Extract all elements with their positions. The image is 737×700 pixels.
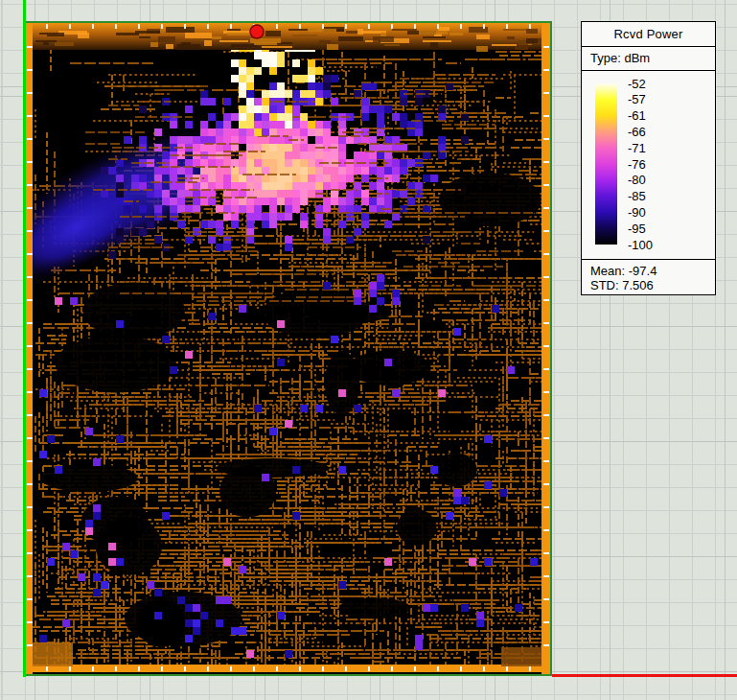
coverage-map-viewport[interactable] bbox=[24, 21, 552, 676]
legend-scale-label: -100 bbox=[628, 239, 653, 252]
legend-scale: -52-57-61-66-71-76-80-85-90-95-100 bbox=[582, 71, 715, 260]
frame-strip-bottom bbox=[26, 665, 550, 672]
legend-scale-label: -71 bbox=[628, 142, 646, 155]
legend-scale-label: -95 bbox=[628, 222, 646, 236]
legend-scale-label: -52 bbox=[628, 78, 646, 91]
legend-type-label: Type: dBm bbox=[582, 47, 715, 71]
legend-scale-label: -61 bbox=[628, 109, 646, 123]
workspace-background: Rcvd Power Type: dBm -52-57-61-66-71-76-… bbox=[0, 0, 737, 700]
legend-title: Rcvd Power bbox=[582, 22, 715, 47]
legend-scale-label: -76 bbox=[628, 158, 646, 172]
legend-scale-label: -90 bbox=[628, 206, 646, 220]
legend-scale-label: -66 bbox=[628, 126, 646, 139]
legend-scale-label: -80 bbox=[628, 174, 646, 187]
legend-std: STD: 7.506 bbox=[590, 278, 715, 292]
legend-mean: Mean: -97.4 bbox=[590, 264, 715, 278]
legend-stats: Mean: -97.4 STD: 7.506 bbox=[582, 260, 715, 292]
transmitter-marker[interactable] bbox=[250, 25, 264, 38]
y-axis-line bbox=[23, 0, 26, 677]
x-axis-line bbox=[552, 674, 737, 677]
legend-scale-label: -85 bbox=[628, 190, 646, 203]
legend-panel: Rcvd Power Type: dBm -52-57-61-66-71-76-… bbox=[581, 21, 716, 295]
terrain-corner-right bbox=[501, 647, 541, 666]
legend-color-bar bbox=[595, 83, 617, 245]
received-power-heatmap bbox=[24, 21, 552, 676]
terrain-corner-left bbox=[33, 642, 73, 666]
legend-scale-label: -57 bbox=[628, 93, 646, 106]
